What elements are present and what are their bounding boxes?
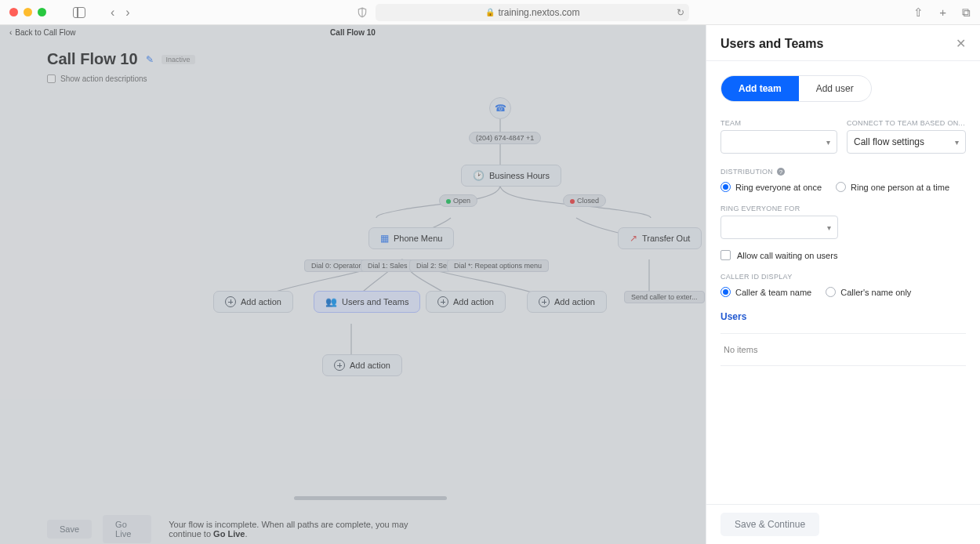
radio-caller-team[interactable]: Caller & team name bbox=[720, 287, 811, 297]
flow-title: Call Flow 10 bbox=[47, 50, 138, 68]
add-action-node-below[interactable]: Add action bbox=[322, 354, 402, 376]
add-action-node-4[interactable]: Add action bbox=[527, 291, 607, 313]
menu-icon: ▦ bbox=[380, 233, 389, 244]
add-action-node-1[interactable]: Add action bbox=[213, 291, 293, 313]
closed-branch-pill[interactable]: Closed bbox=[563, 194, 606, 207]
new-tab-icon[interactable]: + bbox=[939, 5, 946, 19]
users-heading: Users bbox=[720, 311, 966, 322]
share-icon[interactable]: ⇧ bbox=[913, 5, 924, 20]
back-to-call-flow-link[interactable]: ‹ Back to Call Flow bbox=[9, 28, 76, 37]
dial-1-pill[interactable]: Dial 1: Sales bbox=[361, 259, 415, 272]
distribution-label: DISTRIBUTION bbox=[720, 168, 773, 176]
maximize-window-icon[interactable] bbox=[38, 8, 46, 16]
chevron-down-icon: ▾ bbox=[826, 138, 830, 147]
add-action-node-3[interactable]: Add action bbox=[426, 291, 506, 313]
dial-repeat-pill[interactable]: Dial *: Repeat options menu bbox=[447, 259, 549, 272]
flow-canvas: ‹ Back to Call Flow Call Flow 10 Call Fl… bbox=[0, 25, 706, 544]
show-descriptions-checkbox[interactable]: Show action descriptions bbox=[0, 71, 706, 86]
allow-call-waiting-checkbox[interactable]: Allow call waiting on users bbox=[720, 250, 966, 260]
users-empty-text: No items bbox=[724, 345, 963, 354]
close-panel-icon[interactable]: ✕ bbox=[956, 36, 966, 51]
panel-title: Users and Teams bbox=[720, 37, 823, 51]
window-controls bbox=[9, 8, 46, 16]
browser-toolbar: ‹ › 🔒 training.nextos.com ↻ ⇧ + ⧉ bbox=[0, 0, 980, 25]
send-caller-ext-pill[interactable]: Send caller to exter... bbox=[624, 291, 705, 303]
checkbox-icon bbox=[720, 250, 731, 260]
plus-icon bbox=[539, 296, 550, 307]
privacy-shield-icon[interactable] bbox=[357, 7, 368, 18]
phone-number-pill[interactable]: (204) 674-4847 +1 bbox=[469, 132, 541, 144]
users-teams-node[interactable]: 👥 Users and Teams bbox=[314, 291, 420, 313]
users-teams-panel: Users and Teams ✕ Add team Add user TEAM… bbox=[706, 25, 980, 544]
dial-0-pill[interactable]: Dial 0: Operator bbox=[304, 259, 368, 272]
checkbox-icon bbox=[47, 74, 56, 83]
status-badge: Inactive bbox=[162, 55, 195, 64]
connect-basis-value: Call flow settings bbox=[854, 136, 924, 147]
save-button[interactable]: Save bbox=[47, 520, 92, 539]
edit-title-icon[interactable]: ✎ bbox=[146, 54, 154, 65]
open-branch-pill[interactable]: Open bbox=[439, 194, 477, 207]
chevron-down-icon: ▾ bbox=[955, 138, 959, 147]
minimize-window-icon[interactable] bbox=[24, 8, 32, 16]
team-select[interactable]: ▾ bbox=[720, 130, 837, 154]
horizontal-scrollbar[interactable] bbox=[294, 496, 447, 500]
radio-ring-one[interactable]: Ring one person at a time bbox=[836, 182, 949, 192]
save-continue-button[interactable]: Save & Continue bbox=[720, 513, 819, 536]
users-icon: 👥 bbox=[325, 296, 337, 307]
plus-icon bbox=[334, 360, 345, 371]
plus-icon bbox=[225, 296, 236, 307]
ring-everyone-for-select[interactable]: ▾ bbox=[720, 216, 838, 239]
connect-label: CONNECT TO TEAM BASED ON... bbox=[847, 119, 966, 127]
page-center-title: Call Flow 10 bbox=[330, 28, 376, 37]
radio-caller-name-only[interactable]: Caller's name only bbox=[826, 287, 911, 297]
transfer-out-node[interactable]: ↗ Transfer Out bbox=[618, 227, 702, 249]
flow-status-message: Your flow is incomplete. When all paths … bbox=[169, 520, 423, 539]
open-dot-icon bbox=[446, 199, 451, 204]
add-team-user-tabs: Add team Add user bbox=[720, 75, 872, 102]
chevron-down-icon: ▾ bbox=[827, 223, 831, 232]
url-host: training.nextos.com bbox=[498, 7, 579, 18]
close-window-icon[interactable] bbox=[9, 8, 18, 16]
lock-icon: 🔒 bbox=[485, 8, 495, 16]
go-live-button[interactable]: Go Live bbox=[103, 515, 151, 543]
caller-id-label: CALLER ID DISPLAY bbox=[720, 273, 792, 281]
transfer-icon: ↗ bbox=[630, 233, 637, 244]
reload-icon[interactable]: ↻ bbox=[677, 7, 684, 18]
nav-back-icon[interactable]: ‹ bbox=[107, 4, 118, 21]
plus-icon bbox=[437, 296, 448, 307]
sidebar-toggle-icon[interactable] bbox=[73, 7, 85, 18]
info-icon[interactable]: ? bbox=[777, 168, 785, 176]
tab-add-team[interactable]: Add team bbox=[721, 76, 799, 101]
connect-basis-select[interactable]: Call flow settings ▾ bbox=[847, 130, 966, 154]
tab-add-user[interactable]: Add user bbox=[799, 76, 871, 101]
nav-forward-icon[interactable]: › bbox=[122, 4, 132, 21]
chevron-left-icon: ‹ bbox=[9, 28, 12, 37]
tab-overview-icon[interactable]: ⧉ bbox=[962, 5, 971, 20]
business-hours-node[interactable]: 🕑 Business Hours bbox=[461, 165, 561, 187]
phone-start-node[interactable]: ☎ bbox=[489, 97, 511, 119]
clock-icon: 🕑 bbox=[473, 170, 485, 181]
bottom-action-bar: Save Go Live Your flow is incomplete. Wh… bbox=[47, 514, 423, 544]
closed-dot-icon bbox=[570, 199, 575, 204]
phone-icon: ☎ bbox=[495, 103, 506, 114]
ring-everyone-for-label: RING EVERYONE FOR bbox=[720, 205, 800, 212]
phone-menu-node[interactable]: ▦ Phone Menu bbox=[368, 227, 454, 249]
radio-ring-everyone[interactable]: Ring everyone at once bbox=[720, 182, 822, 192]
address-bar[interactable]: 🔒 training.nextos.com ↻ bbox=[376, 4, 689, 21]
team-label: TEAM bbox=[720, 119, 837, 127]
